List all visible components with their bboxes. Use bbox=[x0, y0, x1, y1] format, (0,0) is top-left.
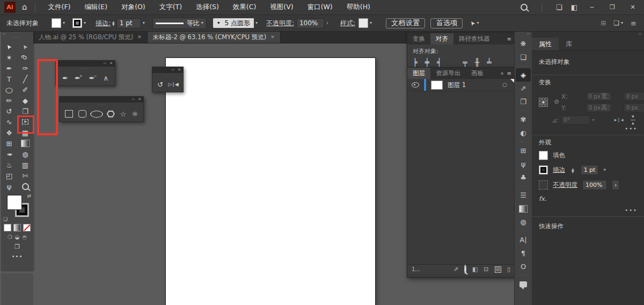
stroke-stepper[interactable]: ▲▼ bbox=[112, 20, 115, 26]
column-graph-tool[interactable]: ▥ bbox=[17, 159, 33, 170]
opacity-field[interactable]: 100% bbox=[296, 18, 324, 28]
shape-builder-tool[interactable]: ❖ bbox=[1, 127, 17, 138]
effects-fx-button[interactable]: fx. bbox=[539, 195, 547, 202]
width-field[interactable]: 0 px bbox=[624, 92, 644, 101]
eraser-tool[interactable]: ◆ bbox=[17, 95, 33, 106]
collapse-icon[interactable]: ‹‹ bbox=[132, 98, 135, 101]
artboard[interactable] bbox=[165, 57, 376, 305]
color-guide-panel-button[interactable]: ❏ bbox=[516, 50, 531, 64]
tab-transform[interactable]: 变换 bbox=[407, 33, 430, 45]
new-sublayer-button[interactable]: ⊡ bbox=[484, 266, 488, 273]
align-h-center-button[interactable]: ╪ bbox=[425, 59, 429, 66]
menu-object[interactable]: 对象(O) bbox=[121, 4, 145, 11]
width-tool[interactable]: ∿ bbox=[1, 117, 17, 127]
fill-swatch[interactable] bbox=[52, 18, 61, 28]
tab-layers[interactable]: 图层 bbox=[407, 68, 430, 79]
dock-group-divider[interactable]: ····· bbox=[519, 273, 528, 278]
menu-view[interactable]: 视图(V) bbox=[270, 4, 293, 11]
stroke-stepper[interactable]: ▲▼ bbox=[572, 168, 574, 173]
zoom-tool[interactable] bbox=[17, 181, 33, 192]
gradient-panel-button[interactable] bbox=[516, 202, 531, 215]
magic-wand-tool[interactable]: ✶ bbox=[1, 52, 17, 63]
close-icon[interactable]: ✕ bbox=[138, 98, 141, 101]
line-segment-tool[interactable]: ╱ bbox=[17, 74, 33, 84]
opacity-expand-button[interactable]: › bbox=[612, 180, 619, 190]
layer-row[interactable]: 图层 1 ○ bbox=[407, 79, 515, 91]
menu-edit[interactable]: 编辑(E) bbox=[84, 4, 107, 11]
flip-vertical-icon[interactable]: ▸❘◂ bbox=[631, 115, 635, 125]
opacity-link[interactable]: 不透明度 bbox=[553, 181, 577, 189]
draw-behind-icon[interactable]: ◒ bbox=[15, 235, 20, 240]
draw-normal-icon[interactable]: ❍ bbox=[8, 235, 12, 240]
collapse-panel-icon[interactable]: ›› bbox=[638, 32, 641, 38]
stroke-width-field[interactable]: 1 pt bbox=[116, 18, 141, 28]
new-layer-button[interactable]: ⊞ bbox=[495, 266, 501, 273]
layers-panel-button[interactable]: ◈ bbox=[516, 68, 531, 82]
gradient-wedge-panel-button[interactable]: ◐ bbox=[516, 126, 531, 140]
close-button[interactable]: ✕ bbox=[627, 4, 639, 10]
screen-mode-icon[interactable]: ❐ bbox=[14, 244, 20, 250]
edit-toolbar-icon[interactable]: ••• bbox=[12, 254, 23, 259]
width-profile-select[interactable]: 等比 ▾ bbox=[152, 18, 207, 29]
opentype-panel-button[interactable]: O bbox=[516, 260, 531, 273]
align-options-control[interactable]: ❏▾ bbox=[613, 20, 623, 26]
panel-menu-icon[interactable]: ≡ bbox=[507, 37, 511, 42]
pen-tool[interactable]: ✒ bbox=[1, 63, 17, 74]
delete-selection-button[interactable]: ▯ bbox=[507, 266, 510, 273]
layer-thumbnail[interactable] bbox=[431, 81, 443, 90]
document-setup-button[interactable]: 文档设置 bbox=[386, 18, 425, 28]
fill-color-picker[interactable]: ▾ bbox=[52, 18, 65, 28]
appearance-more-options[interactable]: ••• bbox=[539, 207, 638, 213]
dock-group-divider[interactable]: ····· bbox=[519, 229, 528, 233]
slice-tool[interactable]: ✄ bbox=[17, 170, 33, 181]
pen-tool[interactable]: ✒ bbox=[62, 75, 68, 82]
ellipse-tool[interactable]: ○ bbox=[1, 84, 17, 95]
dock-group-divider[interactable]: ····· bbox=[519, 64, 528, 68]
chevron-down-icon[interactable]: ▾ bbox=[143, 21, 145, 25]
opacity-expand-icon[interactable]: › bbox=[326, 20, 328, 26]
menu-select[interactable]: 选择(S) bbox=[196, 4, 219, 11]
dock-group-divider[interactable]: ····· bbox=[519, 184, 528, 188]
mesh-tool[interactable]: ⊞ bbox=[1, 138, 17, 149]
menu-window[interactable]: 窗口(W) bbox=[308, 4, 333, 11]
close-tab-icon[interactable]: ✕ bbox=[137, 35, 142, 40]
brush-select[interactable]: • 5 点圆形 ▾ bbox=[213, 18, 258, 28]
visibility-cell[interactable] bbox=[407, 79, 424, 91]
opacity-link[interactable]: 不透明度: bbox=[266, 19, 294, 28]
layer-name[interactable]: 图层 1 bbox=[448, 81, 466, 89]
color-mode-button[interactable] bbox=[4, 224, 11, 231]
paragraph-panel-button[interactable]: ¶ bbox=[516, 246, 531, 260]
locate-object-button[interactable] bbox=[464, 266, 466, 273]
lasso-tool[interactable]: ϱ bbox=[17, 52, 33, 63]
dock-group-divider[interactable]: ····· bbox=[519, 108, 528, 113]
fill-indicator[interactable] bbox=[7, 195, 22, 210]
reflect-tool[interactable]: ▷❘◀ bbox=[168, 82, 178, 87]
tab-asset-export[interactable]: 资源导出 bbox=[430, 68, 466, 79]
gradient-mode-button[interactable] bbox=[13, 224, 21, 231]
home-icon[interactable]: ⌂ bbox=[22, 3, 27, 11]
style-link[interactable]: 样式: bbox=[340, 19, 355, 28]
comments-panel-button[interactable] bbox=[516, 278, 531, 291]
panel-resize-handle[interactable]: · · · · bbox=[407, 274, 515, 277]
selection-tool[interactable]: ➤ bbox=[1, 41, 17, 52]
stroke-width-field[interactable]: 1 pt bbox=[581, 165, 599, 175]
color-panel-button[interactable]: ❋ bbox=[516, 37, 531, 50]
style-swatch[interactable] bbox=[358, 18, 368, 28]
rounded-rectangle-tool[interactable] bbox=[78, 110, 86, 118]
fill-swatch[interactable] bbox=[539, 151, 548, 160]
tab-properties[interactable]: 属性 bbox=[532, 38, 559, 50]
hand-tool[interactable]: ψ bbox=[1, 181, 17, 192]
symbol-sprayer-tool[interactable]: ♨ bbox=[1, 159, 17, 170]
blend-tool[interactable]: ◍ bbox=[17, 149, 33, 159]
maximize-button[interactable]: ❒ bbox=[606, 4, 618, 10]
height-field[interactable]: 0 px bbox=[624, 103, 644, 112]
palette-panel-button[interactable]: ✾ bbox=[516, 113, 531, 126]
symbols-panel-button[interactable]: ♣ bbox=[516, 171, 531, 184]
document-tab[interactable]: 人物.ai @ 25 % (RGB/CPU 预览) ✕ bbox=[33, 31, 148, 43]
document-tab-active[interactable]: 未标题-2 @ 63.16 % (CMYK/CPU 预览) ✕ bbox=[148, 31, 281, 43]
gradient-tool[interactable] bbox=[17, 138, 33, 149]
default-fill-stroke-icon[interactable]: ❏ bbox=[3, 217, 8, 222]
arrange-documents-icon[interactable]: ❏ bbox=[556, 4, 562, 11]
chevron-down-icon[interactable]: ▾ bbox=[592, 118, 595, 122]
tab-libraries[interactable]: 库 bbox=[559, 38, 579, 50]
